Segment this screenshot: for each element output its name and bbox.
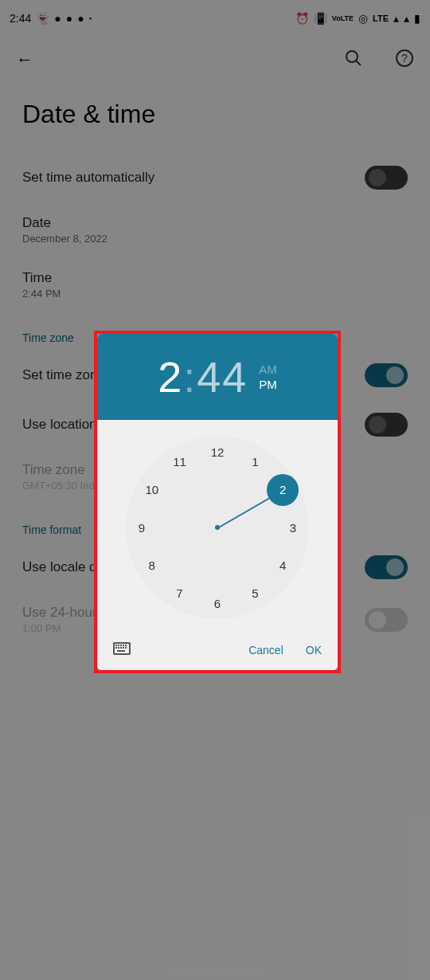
time-colon: : — [183, 353, 197, 401]
svg-rect-8 — [120, 645, 122, 646]
clock-hour-4[interactable]: 4 — [270, 553, 295, 578]
clock-center — [215, 525, 220, 530]
svg-rect-11 — [115, 647, 117, 649]
ok-button[interactable]: OK — [306, 644, 322, 657]
cancel-button[interactable]: Cancel — [248, 644, 283, 657]
svg-rect-10 — [125, 645, 127, 646]
clock-hour-3[interactable]: 3 — [280, 515, 306, 540]
time-header: 2:44 AM PM — [97, 334, 338, 420]
clock-hour-6[interactable]: 6 — [205, 590, 230, 616]
clock-hour-11[interactable]: 11 — [167, 449, 193, 475]
clock-hour-9[interactable]: 9 — [129, 515, 154, 540]
dialog-actions: Cancel OK — [97, 630, 338, 670]
clock-hour-10[interactable]: 10 — [139, 477, 165, 503]
svg-rect-15 — [125, 647, 127, 649]
clock-face[interactable]: 121234567891011 — [97, 420, 338, 630]
clock-hour-5[interactable]: 5 — [243, 580, 268, 606]
hour-display[interactable]: 2 — [158, 353, 183, 401]
minute-display[interactable]: 44 — [197, 353, 248, 401]
svg-rect-6 — [115, 645, 117, 646]
svg-rect-16 — [117, 650, 125, 652]
keyboard-icon[interactable] — [113, 642, 131, 658]
highlight-frame: 2:44 AM PM 121234567891011 Cancel OK — [94, 331, 341, 673]
clock-hour-12[interactable]: 12 — [205, 439, 230, 465]
clock-circle: 121234567891011 — [126, 436, 309, 619]
nav-bar[interactable] — [163, 970, 267, 974]
clock-hour-8[interactable]: 8 — [139, 553, 165, 578]
am-button[interactable]: AM — [259, 363, 277, 376]
time-picker-dialog: 2:44 AM PM 121234567891011 Cancel OK — [97, 334, 338, 670]
svg-rect-14 — [123, 647, 124, 649]
svg-rect-12 — [118, 647, 119, 649]
svg-rect-13 — [120, 647, 122, 649]
svg-rect-7 — [118, 645, 119, 646]
pm-button[interactable]: PM — [259, 378, 277, 391]
clock-hour-7[interactable]: 7 — [167, 580, 193, 606]
clock-hour-2[interactable]: 2 — [267, 474, 299, 506]
clock-hour-1[interactable]: 1 — [243, 449, 268, 475]
svg-rect-9 — [123, 645, 124, 646]
